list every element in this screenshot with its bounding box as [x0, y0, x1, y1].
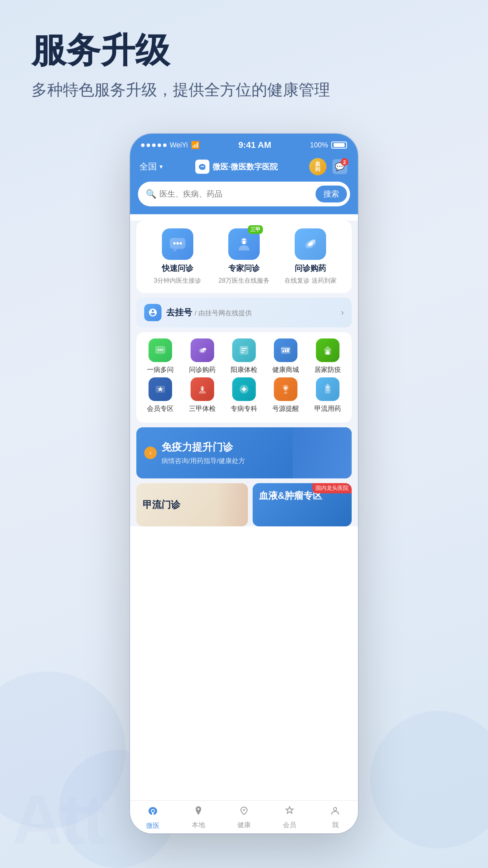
svg-rect-25 — [326, 351, 329, 355]
mini-banner-jialiu-title: 甲流门诊 — [143, 498, 180, 511]
mini-banner-blood[interactable]: 国内龙头医院 血液&肿瘤专区 — [253, 483, 352, 526]
svg-rect-5 — [242, 239, 246, 244]
tab-item-home[interactable]: 微医 — [130, 805, 176, 830]
quick-consult-desc: 3分钟内医生接诊 — [154, 277, 201, 285]
medicine-name: 问诊购药 — [295, 263, 326, 274]
wenzhen-icon — [191, 338, 214, 362]
grid-label-jiankang: 健康商城 — [272, 365, 299, 374]
location-text: 全国 — [139, 161, 157, 173]
banner-doctor-image — [293, 427, 352, 478]
medicine-icon — [295, 228, 326, 260]
svg-rect-22 — [283, 350, 284, 352]
svg-point-11 — [158, 349, 159, 351]
grid-item-sanjia[interactable]: 三甲体检 — [183, 377, 221, 413]
promo-subtitle: 病情咨询/用药指导/健康处方 — [161, 456, 245, 465]
tab-item-member[interactable]: 会员 — [267, 805, 312, 830]
signal-dots — [141, 143, 167, 147]
medicine-desc: 在线复诊 送药到家 — [284, 277, 336, 285]
page-title: 服务升级 — [31, 31, 457, 70]
promo-text: 免疫力提升门诊 病情咨询/用药指导/健康处方 — [161, 440, 245, 465]
register-title: 去挂号 / 由挂号网在线提供 — [166, 307, 336, 318]
mini-banner-jialiu[interactable]: 甲流门诊 — [136, 483, 248, 526]
sanjia-badge: 三甲 — [248, 225, 263, 234]
grid-label-wenzhen: 问诊购药 — [189, 365, 216, 374]
battery-percent: 100% — [310, 141, 328, 149]
service-item-expert-consult[interactable]: 三甲 专家问诊 28万医生在线服务 — [211, 228, 277, 285]
search-bar[interactable]: 🔍 搜索 — [138, 182, 350, 206]
bottom-banners: 甲流门诊 国内龙头医院 血液&肿瘤专区 — [136, 483, 352, 526]
register-text: 去挂号 / 由挂号网在线提供 — [166, 307, 336, 318]
svg-point-39 — [152, 810, 154, 812]
grid-label-zhuanbing: 专病专科 — [231, 404, 257, 413]
expert-consult-icon: 三甲 — [228, 228, 260, 260]
search-button[interactable]: 搜索 — [316, 186, 347, 202]
svg-rect-36 — [326, 388, 329, 389]
message-badge: 2 — [341, 158, 349, 166]
grid-item-jiankang[interactable]: 健康商城 — [267, 338, 305, 374]
sanjia-icon — [191, 377, 214, 401]
quick-consult-icon — [162, 228, 193, 260]
tab-item-profile[interactable]: 我 — [312, 805, 358, 830]
status-bar: WeiYi 📶 9:41 AM 100% — [130, 134, 358, 153]
icon-row-2: 会员专区 三甲体检 — [139, 377, 349, 413]
tab-health-label: 健康 — [237, 820, 251, 829]
svg-rect-37 — [326, 390, 329, 391]
page-subtitle: 多种特色服务升级，提供全方位的健康管理 — [31, 79, 457, 101]
grid-item-jujia[interactable]: 居家防疫 — [309, 338, 347, 374]
yangkang-icon — [232, 338, 256, 362]
grid-item-wenzhen[interactable]: 问诊购药 — [183, 338, 221, 374]
tab-item-health[interactable]: 健康 — [221, 805, 267, 830]
register-icon — [144, 304, 161, 321]
tab-item-local[interactable]: 本地 — [176, 805, 221, 830]
yibing-icon — [149, 338, 172, 362]
grid-label-jialiu: 甲流用药 — [314, 404, 341, 413]
grid-label-haoyuan: 号源提醒 — [272, 404, 299, 413]
tab-local-label: 本地 — [192, 820, 205, 829]
tab-health-icon — [239, 805, 249, 818]
message-button[interactable]: 💬 2 — [331, 158, 349, 175]
tab-profile-label: 我 — [332, 820, 339, 829]
svg-point-3 — [180, 242, 182, 245]
svg-rect-30 — [200, 388, 205, 388]
tab-profile-icon — [330, 805, 340, 818]
promo-arrow: › — [144, 447, 157, 459]
svg-rect-24 — [287, 349, 289, 352]
grid-item-huiyuan[interactable]: 会员专区 — [141, 377, 179, 413]
grid-item-zhuanbing[interactable]: 专病专科 — [225, 377, 263, 413]
grid-item-haoyuan[interactable]: 号源提醒 — [267, 377, 305, 413]
logo-text: 微医·微医数字医院 — [213, 162, 278, 172]
header-icons: 盎到 💬 2 — [309, 158, 349, 175]
grid-item-yangkang[interactable]: 阳康体检 — [225, 338, 263, 374]
wifi-icon: 📶 — [191, 141, 200, 149]
grid-item-jialiu[interactable]: 甲流用药 — [309, 377, 347, 413]
svg-rect-26 — [326, 350, 329, 351]
grid-label-sanjia: 三甲体检 — [189, 404, 216, 413]
search-input[interactable] — [160, 189, 312, 199]
bg-decoration-3 — [370, 711, 488, 848]
haoyuan-icon — [274, 377, 297, 401]
promo-banner[interactable]: › 免疫力提升门诊 病情咨询/用药指导/健康处方 — [136, 427, 352, 478]
status-time: 9:41 AM — [238, 140, 272, 150]
status-right: 100% — [310, 141, 347, 149]
logo-icon — [195, 160, 209, 174]
checkin-button[interactable]: 盎到 — [309, 158, 327, 175]
grid-label-yangkang: 阳康体检 — [231, 365, 257, 374]
svg-point-13 — [161, 349, 163, 351]
status-left: WeiYi 📶 — [141, 141, 200, 149]
tab-bar: 微医 本地 健康 — [130, 800, 358, 833]
watermark: Att — [12, 779, 104, 860]
location-button[interactable]: 全国 ▼ — [139, 161, 164, 173]
service-item-quick-consult[interactable]: 快速问诊 3分钟内医生接诊 — [144, 228, 211, 285]
page-header: 服务升级 多种特色服务升级，提供全方位的健康管理 — [0, 0, 488, 116]
location-dropdown-icon: ▼ — [158, 164, 164, 170]
register-banner[interactable]: 去挂号 / 由挂号网在线提供 › — [136, 298, 352, 327]
expert-consult-desc: 28万医生在线服务 — [218, 277, 270, 285]
service-item-medicine[interactable]: 问诊购药 在线复诊 送药到家 — [277, 228, 344, 285]
tab-home-label: 微医 — [146, 821, 160, 830]
app-logo: 微医·微医数字医院 — [195, 160, 278, 174]
search-section: 🔍 搜索 — [130, 182, 358, 214]
grid-item-yibing[interactable]: 一病多问 — [141, 338, 179, 374]
svg-rect-38 — [327, 384, 328, 386]
jialiu-icon — [316, 377, 339, 401]
svg-rect-23 — [285, 349, 286, 352]
